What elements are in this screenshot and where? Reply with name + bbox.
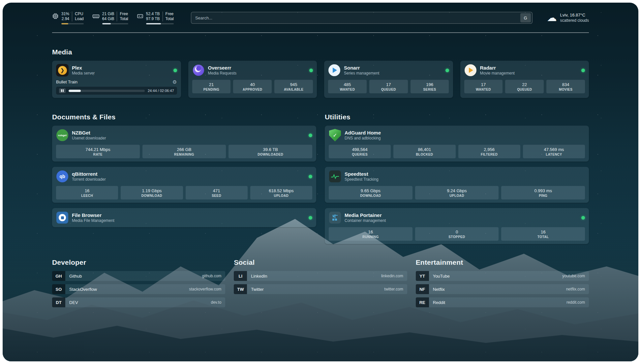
service-desc: Series management <box>344 71 379 76</box>
stat-approved: 40APPROVED <box>233 80 272 93</box>
stat-download: 9.65 GbpsDOWNLOAD <box>329 186 412 199</box>
status-dot <box>309 69 313 72</box>
service-card-overseerr[interactable]: Overseerr Media Requests 21PENDING 40APP… <box>188 61 317 98</box>
stat-queued: 17QUEUED <box>369 80 408 93</box>
service-name: Media Portainer <box>345 212 386 218</box>
section-title-media: Media <box>52 48 589 56</box>
stat-leech: 16LEECH <box>56 186 118 199</box>
service-name: Overseerr <box>208 65 237 71</box>
disk-metric: 52.4 TB 97.9 TB Free Total <box>137 12 174 24</box>
dashboard-window: 31% 2.94 CPU Load <box>3 3 638 361</box>
service-desc: Media Requests <box>208 71 237 76</box>
bookmark-linkedin[interactable]: LI LinkedIn linkedin.com <box>234 271 407 281</box>
bookmark-name: Twitter <box>251 287 263 292</box>
cpu-metric: 31% 2.94 CPU Load <box>52 12 84 24</box>
service-card-nzbget[interactable]: nzbget NZBGet Usenet downloader 744.21 M… <box>52 126 316 162</box>
bookmark-url: dev.to <box>211 300 222 305</box>
disk-total-label: Total <box>166 16 174 21</box>
weather-condition: scattered clouds <box>560 18 589 23</box>
top-bar: 31% 2.94 CPU Load <box>52 10 589 26</box>
disk-icon <box>137 13 143 19</box>
search-input[interactable] <box>195 15 520 20</box>
status-dot <box>309 216 312 220</box>
bookmark-url: reddit.com <box>566 300 585 305</box>
bookmark-name: YouTube <box>433 274 450 279</box>
stat-wanted: 485WANTED <box>328 80 367 93</box>
stat-latency: 47.569 msLATENCY <box>523 145 585 158</box>
filebrowser-icon <box>56 211 69 224</box>
overseerr-icon <box>192 64 205 76</box>
ram-free-label: Free <box>120 12 128 16</box>
status-dot <box>581 69 585 72</box>
service-card-qbittorrent[interactable]: qb qBittorrent Torrent downloader 16LEEC… <box>52 167 316 203</box>
cloud-icon: ☁ <box>547 13 557 23</box>
service-card-plex[interactable]: ❯ Plex Media server Bullet Train ⚙ 24:44… <box>52 61 181 98</box>
cpu-icon <box>52 13 59 19</box>
stat-series: 196SERIES <box>411 80 449 93</box>
bookmark-youtube[interactable]: YT YouTube youtube.com <box>416 271 589 281</box>
bookmark-name: DEV <box>69 300 78 305</box>
bookmark-abbr: RE <box>416 297 429 307</box>
stat-ping: 0.993 msPING <box>501 186 585 199</box>
radarr-icon <box>464 64 477 76</box>
stat-rate: 744.21 MbpsRATE <box>56 145 140 158</box>
bookmark-reddit[interactable]: RE Reddit reddit.com <box>416 297 589 307</box>
weather-widget: ☁ Lviv, 16.87°C scattered clouds <box>547 12 589 23</box>
status-dot <box>445 69 449 72</box>
bookmark-group-social: Social LI LinkedIn linkedin.com TW Twitt… <box>234 258 407 307</box>
stat-seed: 471SEED <box>186 186 248 199</box>
stat-queued: 22QUEUED <box>505 80 544 93</box>
bookmark-github[interactable]: GH Github github.com <box>52 271 225 281</box>
bookmark-dev[interactable]: DT DEV dev.to <box>52 297 225 307</box>
cpu-progress-track <box>61 23 84 24</box>
cpu-load-value: 2.94 <box>62 16 69 21</box>
service-desc: Media server <box>72 71 95 76</box>
gear-icon[interactable]: ⚙ <box>172 79 177 84</box>
stat-available: 945AVAILABLE <box>274 80 313 93</box>
stat-queries: 498,564QUERIES <box>329 145 391 158</box>
stat-movies: 834MOVIES <box>546 80 585 93</box>
playback-time: 24:44 / 02:06:47 <box>148 89 174 93</box>
cpu-load-label: Load <box>75 16 84 21</box>
service-name: Plex <box>72 65 95 71</box>
service-name: qBittorrent <box>72 171 106 177</box>
weather-location: Lviv, 16.87°C <box>560 12 589 18</box>
bookmark-url: linkedin.com <box>381 274 403 278</box>
stat-download: 1.19 GbpsDOWNLOAD <box>121 186 183 199</box>
disk-progress-track <box>146 23 174 24</box>
playback-progress-track[interactable] <box>69 90 145 92</box>
service-desc: Container management <box>345 218 386 223</box>
service-desc: Media File Management <box>72 218 114 223</box>
service-card-portainer[interactable]: Media Portainer Container management 16R… <box>325 208 589 244</box>
disk-total-value: 97.9 TB <box>146 16 160 21</box>
middle-columns: Documents & Files nzbget NZBGet Usenet d… <box>52 98 589 244</box>
utilities-column: Utilities ✓ AdGuard Home DNS and adblock… <box>325 98 589 244</box>
bookmark-abbr: SO <box>52 284 65 294</box>
ram-progress-track <box>102 23 128 24</box>
bookmark-name: LinkedIn <box>251 274 267 279</box>
bookmark-twitter[interactable]: TW Twitter twitter.com <box>234 284 407 294</box>
service-desc: Movie management <box>480 71 515 76</box>
section-title-entertainment: Entertainment <box>416 258 589 266</box>
service-desc: DNS and adblocking <box>345 136 381 141</box>
service-card-adguard[interactable]: ✓ AdGuard Home DNS and adblocking 498,56… <box>325 126 589 162</box>
plex-player: 24:44 / 02:06:47 <box>56 87 177 95</box>
stat-pending: 21PENDING <box>192 80 231 93</box>
service-card-speedtest[interactable]: Speedtest Speedtest Tracking 9.65 GbpsDO… <box>325 167 589 203</box>
status-dot <box>581 216 585 220</box>
service-card-filebrowser[interactable]: File Browser Media File Management <box>52 208 316 227</box>
disk-free-value: 52.4 TB <box>146 12 160 16</box>
bookmark-stackoverflow[interactable]: SO StackOverflow stackoverflow.com <box>52 284 225 294</box>
service-desc: Usenet downloader <box>72 136 106 141</box>
bookmark-netflix[interactable]: NF Netflix netflix.com <box>416 284 589 294</box>
service-card-radarr[interactable]: Radarr Movie management 17WANTED 22QUEUE… <box>460 61 589 98</box>
pause-button[interactable] <box>59 88 66 93</box>
search-provider-button[interactable]: G <box>520 13 531 22</box>
bookmark-abbr: LI <box>234 271 247 281</box>
service-name: Speedtest <box>345 171 379 177</box>
qbittorrent-icon: qb <box>56 170 69 183</box>
pause-icon <box>61 89 64 92</box>
service-card-sonarr[interactable]: Sonarr Series management 485WANTED 17QUE… <box>324 61 453 98</box>
bookmark-url: twitter.com <box>384 287 403 291</box>
playback-progress-fill <box>69 90 81 92</box>
